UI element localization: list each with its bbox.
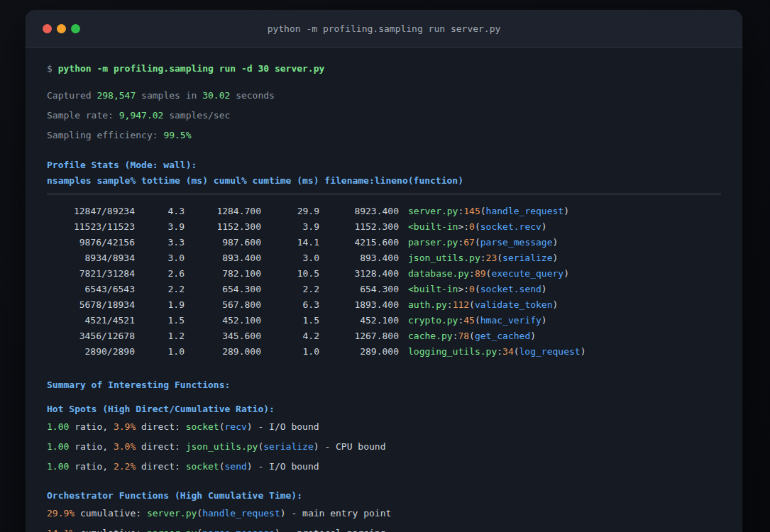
text-segment: >: <box>458 221 469 232</box>
text-segment: database.py <box>408 268 469 279</box>
text-segment: ) <box>530 331 536 341</box>
text-segment: - I/O bound <box>253 421 319 432</box>
text-segment: parse_message <box>480 237 553 248</box>
text-segment: ) <box>280 508 286 519</box>
text-segment: socket.recv <box>480 221 541 232</box>
profile-table-row: 6543/65432.2654.3002.2654.300<built-in>:… <box>47 282 721 297</box>
text-segment: Sampling efficiency: <box>47 130 163 140</box>
table-divider <box>47 194 721 194</box>
text-segment: recv <box>225 421 247 432</box>
cell-cumul_pct: 4.2 <box>261 328 319 344</box>
text-segment: 30.02 <box>202 90 230 101</box>
cell-nsamples: 11523/11523 <box>47 219 135 235</box>
cell-cumul_pct: 3.9 <box>261 219 319 235</box>
text-segment: server.py <box>408 206 458 216</box>
text-segment: 0 <box>469 284 475 294</box>
profile-table-row: 12847/892344.31284.70029.98923.400server… <box>47 204 721 219</box>
cell-sample_pct: 1.0 <box>135 344 185 360</box>
text-segment: send <box>225 461 247 472</box>
text-segment: ( <box>514 346 519 357</box>
text-segment: logging_utils.py <box>408 346 497 357</box>
text-segment: ) <box>247 461 253 472</box>
profile-table-row: 2890/28901.0289.0001.0289.000logging_uti… <box>47 344 721 360</box>
cell-tottime_ms: 893.400 <box>185 250 261 266</box>
cell-cumtime_ms: 1893.400 <box>319 297 399 313</box>
text-segment: cumulative: <box>75 508 147 519</box>
text-segment: : <box>469 268 475 279</box>
text-segment: 1.00 <box>47 421 69 432</box>
cell-sample_pct: 1.2 <box>135 328 185 344</box>
text-segment: direct: <box>136 461 185 472</box>
text-segment: ) <box>541 315 547 326</box>
cell-cumtime_ms: 4215.600 <box>319 235 399 250</box>
cell-nsamples: 8934/8934 <box>47 250 135 266</box>
text-segment: - CPU bound <box>319 441 386 452</box>
cell-nsamples: 6543/6543 <box>47 282 135 297</box>
text-segment: ( <box>219 461 225 472</box>
text-segment: 1.00 <box>47 461 69 472</box>
cell-nsamples: 4521/4521 <box>47 313 135 328</box>
text-segment: parse_message <box>202 528 275 532</box>
cell-cumul_pct: 10.5 <box>261 266 319 282</box>
cell-cumtime_ms: 1152.300 <box>319 219 399 235</box>
cell-tottime_ms: 567.800 <box>185 297 261 313</box>
hot-spot-item: 1.00 ratio, 3.9% direct: socket(recv) - … <box>47 419 721 435</box>
cell-tottime_ms: 1152.300 <box>185 219 261 235</box>
command-line: $ python -m profiling.sampling run -d 30… <box>47 61 721 77</box>
cell-cumtime_ms: 289.000 <box>319 344 399 360</box>
cell-location: crypto.py:45(hmac_verify) <box>408 313 547 328</box>
text-segment: ratio, <box>69 461 114 472</box>
text-segment: 45 <box>463 315 475 326</box>
text-segment: socket <box>186 461 219 472</box>
text-segment: get_cached <box>475 331 530 341</box>
text-segment: 29.9% <box>47 508 75 519</box>
text-segment: 3.9% <box>114 421 136 432</box>
text-segment: ) <box>314 441 319 452</box>
text-segment: seconds <box>230 90 275 101</box>
profile-stats-title: Profile Stats (Mode: wall): <box>47 157 721 173</box>
text-segment: parser.py <box>147 528 197 532</box>
text-segment: 145 <box>463 206 480 216</box>
text-segment: 78 <box>458 331 469 341</box>
text-segment: samples in <box>136 90 202 101</box>
text-segment: 99.5% <box>163 130 191 140</box>
text-segment: cumulative: <box>75 528 147 532</box>
text-segment: 9,947.02 <box>119 110 164 121</box>
cell-cumtime_ms: 3128.400 <box>319 266 399 282</box>
text-segment: ) <box>247 421 253 432</box>
cell-cumul_pct: 6.3 <box>261 297 319 313</box>
text-segment: 2.2% <box>114 461 136 472</box>
cell-tottime_ms: 1284.700 <box>185 204 261 219</box>
terminal-output: $ python -m profiling.sampling run -d 30… <box>26 48 742 532</box>
text-segment: 298,547 <box>97 90 136 101</box>
cell-cumul_pct: 3.0 <box>261 250 319 266</box>
cell-sample_pct: 2.6 <box>135 266 185 282</box>
profile-table-row: 8934/89343.0893.4003.0893.400json_utils.… <box>47 250 721 266</box>
profile-table-row: 4521/45211.5452.1001.5452.100crypto.py:4… <box>47 313 721 328</box>
text-segment: ( <box>197 528 202 532</box>
text-segment: 67 <box>463 237 475 248</box>
window-title: python -m profiling.sampling run server.… <box>26 23 742 34</box>
cell-location: cache.py:78(get_cached) <box>408 328 536 344</box>
text-segment: ) <box>541 221 547 232</box>
cell-nsamples: 12847/89234 <box>47 204 135 219</box>
text-segment: : <box>497 346 502 357</box>
cell-sample_pct: 3.0 <box>135 250 185 266</box>
hot-spots-title: Hot Spots (High Direct/Cumulative Ratio)… <box>47 401 721 417</box>
orchestrator-item: 29.9% cumulative: server.py(handle_reque… <box>47 506 721 521</box>
text-segment: execute_query <box>491 268 563 279</box>
cell-sample_pct: 2.2 <box>135 282 185 297</box>
text-segment: ( <box>469 299 475 310</box>
text-segment: 23 <box>486 253 497 263</box>
text-segment: ( <box>219 421 225 432</box>
text-segment: socket <box>186 421 219 432</box>
cell-tottime_ms: 782.100 <box>185 266 261 282</box>
efficiency-line: Sampling efficiency: 99.5% <box>47 128 721 143</box>
text-segment: ( <box>475 315 480 326</box>
text-segment: ( <box>197 508 202 519</box>
text-segment: serialize <box>502 253 552 263</box>
text-segment: samples/sec <box>163 110 230 121</box>
text-segment: ( <box>475 221 480 232</box>
cell-sample_pct: 3.3 <box>135 235 185 250</box>
sample-rate-line: Sample rate: 9,947.02 samples/sec <box>47 108 721 123</box>
